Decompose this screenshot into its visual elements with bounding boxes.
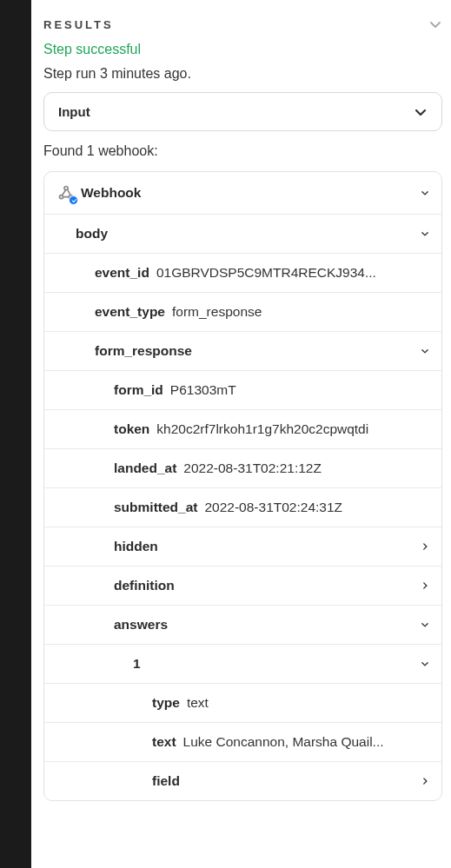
tree-row-answer-1[interactable]: 1 (44, 644, 441, 683)
tree-row-event-type[interactable]: event_type form_response (44, 292, 441, 331)
tree-value: 2022-08-31T02:21:12Z (183, 461, 429, 476)
webhook-icon (56, 183, 76, 202)
results-panel: RESULTS Step successful Step run 3 minut… (31, 0, 451, 801)
chevron-down-icon (428, 17, 442, 31)
tree-key: submitted_at (114, 500, 197, 515)
tree-value: kh20c2rf7lrkoh1r1g7kh20c2cpwqtdi (156, 421, 429, 437)
chevron-down-icon (414, 105, 428, 119)
status-success: Step successful (43, 42, 442, 57)
tree-key: field (152, 773, 180, 789)
results-header[interactable]: RESULTS (43, 17, 442, 31)
tree-value: form_response (172, 304, 429, 320)
tree-key: token (114, 421, 149, 437)
chevron-down-icon (415, 344, 429, 358)
tree-row-form-response[interactable]: form_response (44, 331, 441, 370)
tree-key: answers (114, 617, 168, 633)
tree-key: event_type (95, 304, 165, 320)
tree-row-text[interactable]: text Luke Concannon, Marsha Quail... (44, 722, 441, 761)
svg-point-1 (59, 195, 63, 199)
left-stripe (0, 0, 31, 801)
tree-row-hidden[interactable]: hidden (44, 527, 441, 566)
tree-key: definition (114, 578, 175, 593)
input-label: Input (58, 104, 90, 119)
tree-row-token[interactable]: token kh20c2rf7lrkoh1r1g7kh20c2cpwqtdi (44, 409, 441, 448)
tree-row-body[interactable]: body (44, 214, 441, 253)
chevron-right-icon (415, 579, 429, 593)
chevron-down-icon (415, 618, 429, 632)
results-title: RESULTS (43, 18, 114, 31)
chevron-down-icon (415, 227, 429, 241)
chevron-right-icon (415, 540, 429, 553)
tree-key: event_id (95, 265, 149, 281)
tree-row-form-id[interactable]: form_id P61303mT (44, 370, 441, 409)
tree-row-answers[interactable]: answers (44, 605, 441, 644)
status-meta: Step run 3 minutes ago. (43, 66, 442, 82)
output-tree: Webhook body event_id 01GBRVDSP5C9MTR4RE… (43, 171, 442, 801)
tree-key: form_id (114, 382, 163, 398)
tree-value: text (187, 695, 429, 711)
tree-row-event-id[interactable]: event_id 01GBRVDSP5C9MTR4RECKJ934... (44, 253, 441, 292)
tree-row-submitted-at[interactable]: submitted_at 2022-08-31T02:24:31Z (44, 487, 441, 527)
tree-row-definition[interactable]: definition (44, 566, 441, 605)
chevron-right-icon (415, 774, 429, 788)
chevron-down-icon (415, 657, 429, 671)
tree-value: Luke Concannon, Marsha Quail... (183, 734, 429, 750)
tree-row-type[interactable]: type text (44, 683, 441, 722)
tree-key: form_response (95, 343, 192, 359)
chevron-down-icon (415, 186, 429, 200)
tree-key: body (76, 226, 108, 242)
tree-value: P61303mT (170, 382, 429, 398)
tree-key: 1 (133, 656, 141, 672)
tree-key: landed_at (114, 461, 176, 476)
tree-key: hidden (114, 539, 158, 554)
tree-value: 2022-08-31T02:24:31Z (204, 500, 429, 515)
tree-row-field[interactable]: field (44, 761, 441, 800)
tree-key: Webhook (81, 185, 141, 201)
tree-row-landed-at[interactable]: landed_at 2022-08-31T02:21:12Z (44, 448, 441, 487)
verified-badge-icon (69, 195, 78, 205)
input-toggle[interactable]: Input (43, 92, 442, 131)
tree-key: text (152, 734, 176, 750)
tree-key: type (152, 695, 180, 711)
tree-value: 01GBRVDSP5C9MTR4RECKJ934... (156, 265, 429, 281)
tree-row-webhook[interactable]: Webhook (44, 172, 441, 214)
found-text: Found 1 webhook: (43, 143, 442, 159)
